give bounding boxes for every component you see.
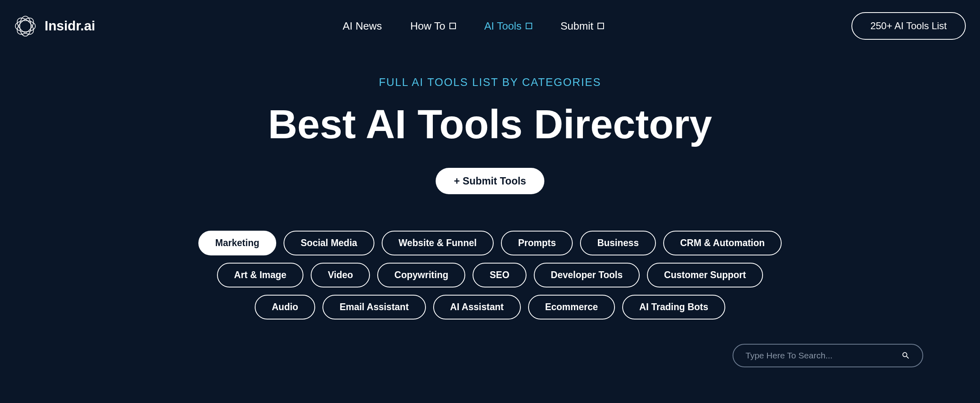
category-pill-marketing[interactable]: Marketing [198,231,277,255]
category-pill-developer-tools[interactable]: Developer Tools [534,263,640,287]
category-pill-prompts[interactable]: Prompts [501,231,573,255]
submit-tools-button[interactable]: + Submit Tools [436,168,544,194]
category-pill-social-media[interactable]: Social Media [284,231,374,255]
category-pill-ai-assistant[interactable]: AI Assistant [433,295,521,319]
nav-item-ai-tools[interactable]: AI Tools [484,20,532,32]
nav-label: AI Tools [484,20,522,32]
category-pill-customer-support[interactable]: Customer Support [647,263,763,287]
svg-point-3 [14,15,36,37]
dropdown-icon [449,23,456,29]
search-box [733,344,923,367]
logo-text: Insidr.ai [45,18,95,34]
search-container [0,332,980,379]
category-pill-website-funnel[interactable]: Website & Funnel [382,231,494,255]
nav-label: Submit [561,20,593,32]
cta-tools-list-button[interactable]: 250+ AI Tools List [851,12,966,40]
nav-item-how-to[interactable]: How To [410,20,456,32]
search-input[interactable] [746,351,901,360]
category-pill-audio[interactable]: Audio [255,295,315,319]
hero-section: FULL AI TOOLS LIST BY CATEGORIES Best AI… [0,52,980,210]
hero-title: Best AI Tools Directory [8,101,972,148]
category-pill-ecommerce[interactable]: Ecommerce [528,295,615,319]
dropdown-icon [526,23,532,29]
logo-container[interactable]: Insidr.ai [14,15,95,37]
category-pill-email-assistant[interactable]: Email Assistant [322,295,426,319]
hero-subtitle: FULL AI TOOLS LIST BY CATEGORIES [8,76,972,89]
nav-label: AI News [343,20,382,32]
category-pill-business[interactable]: Business [580,231,655,255]
category-pill-seo[interactable]: SEO [473,263,527,287]
category-pill-copywriting[interactable]: Copywriting [377,263,465,287]
category-pill-video[interactable]: Video [311,263,370,287]
svg-point-1 [14,15,36,37]
category-pill-crm-automation[interactable]: CRM & Automation [663,231,782,255]
logo-icon [14,15,37,37]
header: Insidr.ai AI News How To AI Tools Submit… [0,0,980,52]
nav-item-submit[interactable]: Submit [561,20,604,32]
main-nav: AI News How To AI Tools Submit [343,20,604,32]
category-filter-list: Marketing Social Media Website & Funnel … [165,210,815,332]
category-pill-art-image[interactable]: Art & Image [217,263,303,287]
nav-label: How To [410,20,445,32]
nav-item-ai-news[interactable]: AI News [343,20,382,32]
search-icon[interactable] [901,351,910,360]
category-pill-ai-trading-bots[interactable]: AI Trading Bots [622,295,725,319]
dropdown-icon [597,23,604,29]
